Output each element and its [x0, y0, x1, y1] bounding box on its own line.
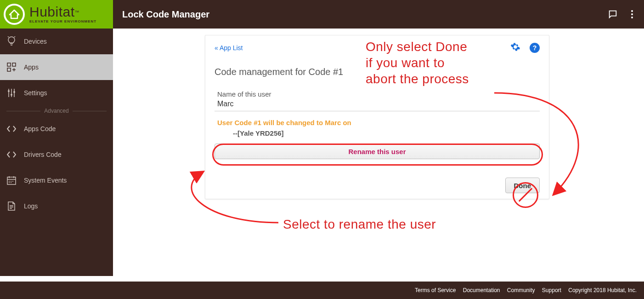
footer: Terms of Service Documentation Community…: [0, 282, 644, 299]
footer-link-support[interactable]: Support: [542, 287, 561, 293]
sidebar-item-apps[interactable]: Apps: [0, 54, 113, 80]
footer-link-community[interactable]: Community: [507, 287, 535, 293]
annotation-text-rename-hint: Select to rename the user: [283, 216, 436, 232]
svg-rect-2: [7, 68, 11, 71]
svg-point-5: [13, 91, 15, 93]
done-button[interactable]: Done: [505, 178, 540, 193]
more-icon[interactable]: [627, 9, 638, 20]
main-content: « App List ? Code management for Code #1…: [113, 29, 644, 276]
sidebar-item-label: Apps Code: [24, 125, 56, 132]
footer-link-docs[interactable]: Documentation: [463, 287, 500, 293]
status-message: User Code #1 will be changed to Marc on: [215, 119, 540, 126]
sidebar-item-label: Logs: [24, 202, 38, 210]
sidebar: Devices Apps Settings Advanced Apps Code…: [0, 29, 113, 276]
footer-link-tos[interactable]: Terms of Service: [415, 287, 456, 293]
document-icon: [6, 201, 17, 211]
brand-name: Hubitat: [29, 4, 75, 19]
brand-tagline: ELEVATE YOUR ENVIRONMENT: [29, 20, 96, 23]
page-title: Lock Code Manager: [122, 9, 209, 20]
code-panel: « App List ? Code management for Code #1…: [205, 35, 549, 199]
top-bar: Hubitat™ ELEVATE YOUR ENVIRONMENT Lock C…: [0, 0, 644, 29]
sidebar-item-devices[interactable]: Devices: [0, 29, 113, 54]
panel-heading: Code management for Code #1: [215, 67, 540, 77]
sidebar-item-drivers-code[interactable]: Drivers Code: [0, 142, 113, 167]
svg-rect-6: [7, 177, 16, 184]
gear-icon[interactable]: [510, 42, 520, 54]
sidebar-item-label: Devices: [24, 38, 47, 45]
topbar-actions: [607, 0, 638, 29]
sliders-icon: [6, 88, 17, 98]
app-list-link[interactable]: « App List: [215, 44, 243, 52]
svg-point-3: [8, 90, 10, 92]
sidebar-item-system-events[interactable]: System Events: [0, 167, 113, 193]
sidebar-item-settings[interactable]: Settings: [0, 80, 113, 106]
sidebar-item-label: Apps: [24, 63, 39, 71]
grid-plus-icon: [6, 63, 17, 72]
user-name-label: Name of this user: [215, 90, 540, 98]
sidebar-item-label: Settings: [24, 89, 47, 97]
logo[interactable]: Hubitat™ ELEVATE YOUR ENVIRONMENT: [0, 0, 113, 29]
sidebar-divider-advanced: Advanced: [0, 106, 113, 116]
sidebar-item-apps-code[interactable]: Apps Code: [0, 116, 113, 142]
target-lock: --[Yale YRD256]: [215, 129, 540, 137]
code-icon: [6, 151, 17, 158]
help-icon[interactable]: ?: [530, 43, 540, 53]
calendar-icon: [6, 176, 17, 185]
code-icon: [6, 126, 17, 132]
sidebar-item-label: Drivers Code: [24, 151, 62, 158]
logo-text: Hubitat™ ELEVATE YOUR ENVIRONMENT: [29, 5, 96, 23]
chat-icon[interactable]: [607, 9, 618, 20]
field-underline: [215, 111, 540, 111]
svg-rect-1: [12, 63, 16, 66]
logo-mark-icon: [4, 4, 25, 25]
sidebar-item-label: System Events: [24, 177, 67, 184]
bulb-icon: [6, 36, 17, 46]
rename-user-button[interactable]: Rename this user: [215, 144, 540, 159]
sidebar-item-logs[interactable]: Logs: [0, 193, 113, 219]
svg-rect-0: [7, 63, 11, 66]
footer-copyright: Copyright 2018 Hubitat, Inc.: [568, 287, 637, 293]
svg-point-4: [11, 94, 12, 96]
user-name-value[interactable]: Marc: [215, 100, 540, 111]
